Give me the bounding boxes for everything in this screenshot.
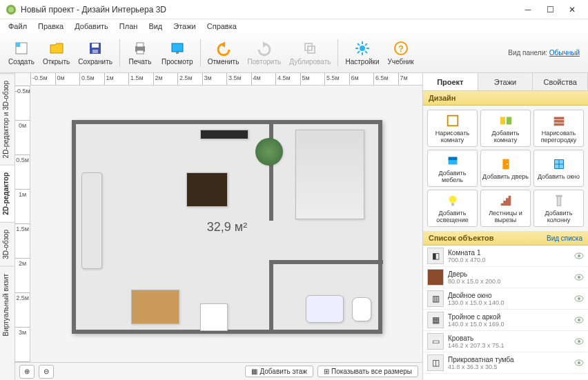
svg-line-20: [357, 51, 360, 53]
open-button[interactable]: Открыть: [39, 38, 74, 68]
close-button[interactable]: ✕: [562, 3, 582, 17]
panel-mode-link[interactable]: Обычный: [549, 49, 580, 57]
draw-room-button[interactable]: Нарисовать комнату: [427, 110, 478, 147]
ruler-vertical: -0.5м0м0.5м1м1.5м2м2.5м3м3.5м: [15, 86, 30, 362]
tab-3d-view[interactable]: 3D-обзор: [0, 222, 14, 266]
svg-point-13: [360, 46, 365, 51]
furniture-desk[interactable]: [131, 290, 179, 324]
create-button[interactable]: Создать: [4, 38, 39, 68]
right-panel: Проект Этажи Свойства Дизайн Нарисовать …: [422, 73, 588, 380]
main: 2D-редактор и 3D-обзор 2D-редактор 3D-об…: [0, 73, 588, 380]
menu-add[interactable]: Добавить: [69, 20, 114, 32]
visibility-icon[interactable]: [574, 295, 584, 302]
interior-wall-2[interactable]: [269, 264, 273, 330]
redo-button[interactable]: Повторить: [243, 38, 285, 68]
zoom-in-button[interactable]: ⊕: [19, 365, 35, 379]
visibility-icon[interactable]: [574, 359, 584, 366]
add-lighting-button[interactable]: Добавить освещение: [427, 190, 478, 227]
visibility-icon[interactable]: [574, 252, 584, 259]
ruler-icon: ⊞: [324, 368, 329, 375]
add-column-button[interactable]: Добавить колонну: [533, 190, 584, 227]
menu-edit[interactable]: Правка: [32, 20, 69, 32]
bed-icon: ▭: [427, 333, 444, 350]
list-item[interactable]: ▭Кровать146.2 x 207.3 x 75.1: [423, 331, 588, 352]
furniture-toilet[interactable]: [352, 297, 371, 321]
tab-properties[interactable]: Свойства: [533, 73, 588, 90]
list-item[interactable]: ◧Комната 1700.0 x 470.0: [423, 246, 588, 267]
svg-rect-25: [500, 117, 504, 125]
window-title: Новый проект - Дизайн Интерьера 3D: [21, 5, 518, 14]
stairs-cutouts-button[interactable]: Лестницы и вырезы: [480, 190, 531, 227]
textbook-button[interactable]: ?Учебник: [384, 38, 418, 68]
svg-rect-40: [556, 195, 562, 197]
furniture-tv[interactable]: [200, 130, 248, 139]
window-arch-icon: ▦: [427, 312, 444, 328]
furniture-tub[interactable]: [306, 295, 344, 323]
tab-virtual-visit[interactable]: Виртуальный визит: [0, 266, 14, 343]
svg-rect-39: [557, 196, 561, 206]
svg-point-50: [578, 340, 580, 343]
plus-icon: ▦: [251, 368, 257, 375]
tab-floors[interactable]: Этажи: [478, 73, 533, 90]
tab-project[interactable]: Проект: [423, 73, 478, 90]
design-grid: Нарисовать комнату Добавить комнату Нари…: [423, 106, 588, 231]
visibility-icon[interactable]: [574, 338, 584, 345]
add-furniture-button[interactable]: Добавить мебель: [427, 150, 478, 187]
add-door-button[interactable]: Добавить дверь: [480, 150, 531, 187]
window-icon: ▥: [427, 290, 444, 307]
visibility-icon[interactable]: [574, 274, 584, 281]
draw-partition-button[interactable]: Нарисовать перегородку: [533, 110, 584, 147]
list-item[interactable]: Дверь80.0 x 15.0 x 200.0: [423, 267, 588, 288]
svg-rect-24: [447, 116, 458, 126]
furniture-table[interactable]: [186, 172, 228, 207]
svg-rect-5: [92, 50, 98, 53]
show-all-sizes-button[interactable]: ⊞Показывать все размеры: [317, 366, 418, 377]
menubar: Файл Правка Добавить План Вид Этажи Спра…: [0, 19, 588, 33]
svg-point-46: [578, 297, 580, 300]
list-item[interactable]: ▦Тройное с аркой140.0 x 15.0 x 169.0: [423, 310, 588, 331]
duplicate-button[interactable]: Дублировать: [285, 38, 335, 68]
menu-help[interactable]: Справка: [202, 20, 242, 32]
save-button[interactable]: Сохранить: [74, 38, 117, 68]
floorplan-canvas[interactable]: 32,9 м²: [30, 86, 422, 362]
svg-point-44: [578, 276, 580, 279]
area-label: 32,9 м²: [207, 220, 247, 234]
view-button[interactable]: Просмотр: [157, 38, 197, 68]
app-icon: [6, 4, 17, 15]
add-room-button[interactable]: Добавить комнату: [480, 110, 531, 147]
svg-point-1: [8, 7, 14, 12]
add-window-button[interactable]: Добавить окно: [533, 150, 584, 187]
svg-rect-29: [553, 123, 564, 126]
minimize-button[interactable]: ─: [518, 3, 538, 17]
menu-plan[interactable]: План: [114, 20, 144, 32]
svg-line-21: [365, 43, 367, 46]
list-item[interactable]: ◫Прикроватная тумба41.8 x 36.3 x 30.5: [423, 352, 588, 374]
undo-button[interactable]: Отменить: [204, 38, 244, 68]
add-floor-button[interactable]: ▦Добавить этаж: [245, 366, 313, 377]
furniture-sofa[interactable]: [81, 172, 102, 269]
svg-rect-9: [172, 43, 183, 52]
svg-point-52: [578, 361, 580, 364]
canvas-bottom-bar: ⊕ ⊖ ▦Добавить этаж ⊞Показывать все разме…: [15, 362, 422, 380]
visibility-icon[interactable]: [574, 317, 584, 323]
settings-button[interactable]: Настройки: [341, 38, 383, 68]
menu-view[interactable]: Вид: [143, 20, 168, 32]
list-item[interactable]: ▥Двойное окно130.0 x 15.0 x 140.0: [423, 288, 588, 310]
furniture-stove[interactable]: [200, 303, 228, 331]
menu-floors[interactable]: Этажи: [168, 20, 201, 32]
tab-2d-editor[interactable]: 2D-редактор: [0, 165, 14, 222]
svg-line-18: [357, 43, 360, 46]
svg-rect-26: [506, 117, 511, 125]
door-icon: [427, 269, 444, 286]
menu-file[interactable]: Файл: [3, 20, 32, 32]
furniture-bed[interactable]: [295, 130, 364, 219]
furniture-plant[interactable]: [255, 138, 283, 166]
interior-wall-3[interactable]: [269, 260, 383, 264]
zoom-out-button[interactable]: ⊖: [39, 365, 54, 379]
tab-combo[interactable]: 2D-редактор и 3D-обзор: [0, 73, 14, 165]
maximize-button[interactable]: ☐: [540, 3, 560, 17]
design-section-header: Дизайн: [423, 91, 588, 106]
room-outline[interactable]: 32,9 м²: [72, 120, 382, 334]
list-view-link[interactable]: Вид списка: [547, 234, 582, 242]
print-button[interactable]: Печать: [123, 38, 157, 68]
